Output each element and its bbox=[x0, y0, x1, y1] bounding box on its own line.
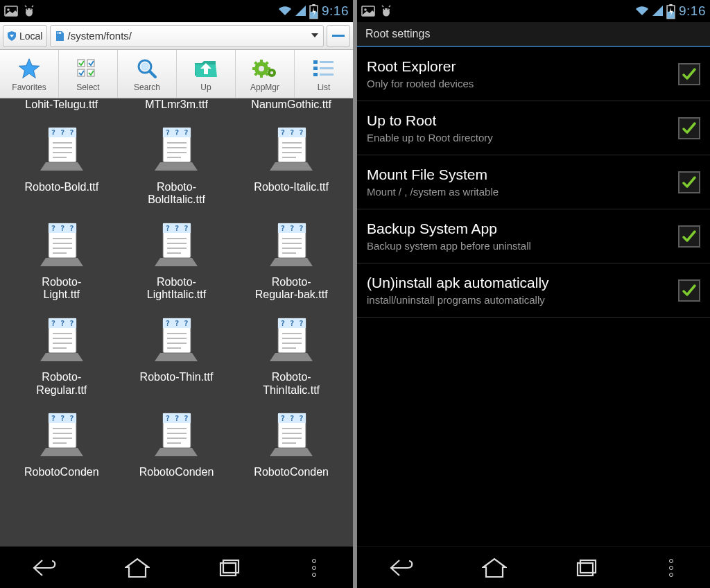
svg-point-126 bbox=[312, 566, 315, 569]
settings-row-title: Root Explorer bbox=[367, 58, 671, 75]
toolbar-up[interactable]: Up bbox=[177, 50, 236, 98]
svg-point-132 bbox=[384, 8, 386, 10]
file-item[interactable]: ? ? ? RobotoConden bbox=[234, 404, 349, 479]
phone-right: 9:16 Root settings Root Explorer Only fo… bbox=[357, 0, 710, 588]
settings-screen-title: Root settings bbox=[357, 22, 710, 47]
file-label: NanumGothic.ttf bbox=[251, 98, 331, 111]
nav-back-button[interactable] bbox=[383, 554, 422, 582]
file-label: Lohit-Telugu.ttf bbox=[25, 98, 98, 111]
gears-icon bbox=[250, 56, 279, 81]
file-icon: ? ? ? bbox=[36, 218, 87, 272]
svg-point-129 bbox=[364, 8, 367, 11]
svg-text:? ? ?: ? ? ? bbox=[51, 414, 73, 423]
svg-line-20 bbox=[150, 71, 155, 77]
toolbar-select[interactable]: Select bbox=[59, 50, 118, 98]
svg-rect-25 bbox=[252, 67, 255, 70]
file-item[interactable]: ? ? ? Roboto-BoldItalic.ttf bbox=[119, 118, 234, 210]
path-text: /system/fonts/ bbox=[67, 30, 132, 42]
file-item[interactable]: ? ? ? Roboto-Bold.ttf bbox=[4, 118, 119, 210]
file-item[interactable]: ? ? ? Roboto-Regular-bak.ttf bbox=[234, 214, 349, 306]
path-dropdown-icon[interactable] bbox=[311, 30, 319, 42]
settings-row-subtitle: Only for rooted devices bbox=[367, 78, 671, 89]
signal-icon bbox=[295, 4, 306, 18]
toolbar-search[interactable]: Search bbox=[118, 50, 177, 98]
settings-row[interactable]: (Un)install apk automatically install/un… bbox=[357, 263, 710, 318]
nav-recents-button[interactable] bbox=[567, 554, 606, 582]
svg-text:? ? ?: ? ? ? bbox=[51, 224, 73, 233]
toolbar-appmgr[interactable]: AppMgr bbox=[236, 50, 295, 98]
local-storage-button[interactable]: Local bbox=[3, 25, 47, 47]
file-label: Roboto-ThinItalic.ttf bbox=[263, 371, 320, 397]
file-item[interactable]: Lohit-Telugu.ttf bbox=[4, 98, 119, 115]
nav-home-button[interactable] bbox=[475, 554, 514, 582]
svg-text:? ? ?: ? ? ? bbox=[51, 128, 73, 137]
file-item[interactable]: ? ? ? RobotoConden bbox=[4, 404, 119, 479]
checkbox[interactable] bbox=[678, 63, 700, 85]
image-notif-icon bbox=[4, 4, 18, 18]
status-time: 9:16 bbox=[679, 3, 706, 19]
settings-row[interactable]: Root Explorer Only for rooted devices bbox=[357, 47, 710, 101]
file-item[interactable]: ? ? ? Roboto-Regular.ttf bbox=[4, 309, 119, 401]
toolbar-list[interactable]: List bbox=[295, 50, 353, 98]
phone-left: 9:16 Local /system/fonts/ Favorites bbox=[0, 0, 353, 588]
file-item[interactable]: ? ? ? Roboto-Thin.ttf bbox=[119, 309, 234, 401]
file-icon: ? ? ? bbox=[266, 122, 317, 176]
minimize-button[interactable] bbox=[327, 25, 350, 47]
file-item[interactable]: ? ? ? Roboto-Light.ttf bbox=[4, 214, 119, 306]
toolbar-label: Up bbox=[200, 83, 211, 92]
star-icon bbox=[15, 56, 44, 81]
file-label: Roboto-Regular-bak.ttf bbox=[255, 276, 328, 302]
svg-point-5 bbox=[31, 8, 32, 10]
svg-point-125 bbox=[312, 559, 315, 562]
svg-point-133 bbox=[388, 8, 389, 10]
settings-row[interactable]: Backup System App Backup system app befo… bbox=[357, 209, 710, 263]
svg-point-19 bbox=[141, 62, 149, 71]
nav-menu-button[interactable] bbox=[659, 554, 684, 582]
list-view-icon bbox=[309, 56, 338, 81]
checkbox[interactable] bbox=[678, 117, 700, 139]
status-bar: 9:16 bbox=[357, 0, 710, 22]
battery-charging-icon bbox=[309, 4, 318, 18]
toolbar-label: AppMgr bbox=[250, 83, 279, 92]
settings-row[interactable]: Up to Root Enable up to Root directory bbox=[357, 101, 710, 155]
file-icon: ? ? ? bbox=[266, 218, 317, 272]
svg-rect-12 bbox=[59, 32, 60, 34]
path-input[interactable]: /system/fonts/ bbox=[50, 25, 324, 47]
nav-menu-button[interactable] bbox=[302, 554, 327, 582]
file-icon: ? ? ? bbox=[36, 122, 87, 176]
file-item[interactable]: MTLmr3m.ttf bbox=[119, 98, 234, 115]
svg-point-22 bbox=[259, 66, 264, 71]
file-grid[interactable]: Lohit-Telugu.ttfMTLmr3m.ttfNanumGothic.t… bbox=[0, 98, 353, 546]
toolbar-label: Select bbox=[76, 83, 99, 92]
toolbar-favorites[interactable]: Favorites bbox=[0, 50, 59, 98]
file-item[interactable]: ? ? ? Roboto-ThinItalic.ttf bbox=[234, 309, 349, 401]
svg-text:? ? ?: ? ? ? bbox=[281, 128, 304, 137]
svg-rect-23 bbox=[260, 60, 263, 62]
file-label: Roboto-Italic.ttf bbox=[254, 181, 329, 193]
nav-home-button[interactable] bbox=[118, 554, 157, 582]
settings-row-subtitle: install/uninstall programs automatically bbox=[367, 294, 671, 306]
file-label: Roboto-Light.ttf bbox=[42, 276, 81, 302]
svg-rect-137 bbox=[669, 4, 672, 6]
checkbox[interactable] bbox=[678, 279, 700, 302]
nav-recents-button[interactable] bbox=[210, 554, 249, 582]
nav-back-button[interactable] bbox=[26, 554, 65, 582]
wifi-icon bbox=[278, 4, 292, 18]
image-notif-icon bbox=[361, 4, 375, 18]
file-icon: ? ? ? bbox=[150, 122, 202, 176]
file-icon: ? ? ? bbox=[36, 408, 87, 462]
file-item[interactable]: ? ? ? Roboto-LightItalic.ttf bbox=[119, 214, 234, 306]
file-item[interactable]: ? ? ? RobotoConden bbox=[119, 404, 234, 479]
file-item[interactable]: ? ? ? Roboto-Italic.ttf bbox=[234, 118, 349, 210]
wifi-icon bbox=[635, 4, 649, 18]
sdcard-icon bbox=[55, 31, 64, 42]
settings-row-title: Up to Root bbox=[367, 112, 671, 129]
checkbox[interactable] bbox=[678, 225, 700, 248]
settings-row-title: Backup System App bbox=[367, 220, 671, 237]
file-label: MTLmr3m.ttf bbox=[145, 98, 208, 111]
checkbox[interactable] bbox=[678, 171, 700, 193]
file-item[interactable]: NanumGothic.ttf bbox=[234, 98, 349, 115]
file-icon: ? ? ? bbox=[266, 408, 317, 462]
settings-list: Root Explorer Only for rooted devices Up… bbox=[357, 47, 710, 546]
settings-row[interactable]: Mount File System Mount / , /system as w… bbox=[357, 155, 710, 209]
